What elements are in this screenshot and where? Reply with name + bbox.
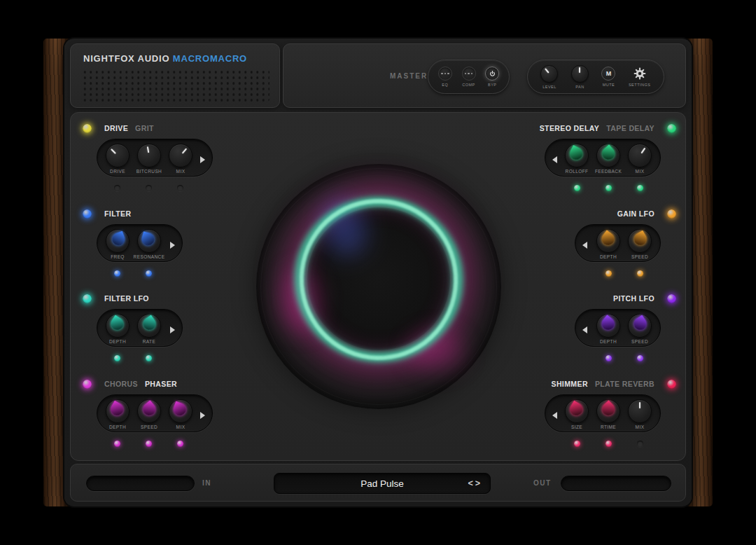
chorus-depth-knob[interactable] bbox=[106, 399, 130, 423]
knob-label: MIX bbox=[636, 425, 645, 429]
pitch-lfo-speed-knob[interactable] bbox=[628, 314, 652, 338]
filter-freq-knob[interactable] bbox=[106, 229, 130, 253]
effects-panel: DRIVEGRITDRIVEBITCRUSHMIXFILTERFREQRESON… bbox=[70, 112, 686, 461]
mute-control[interactable]: MMUTE bbox=[601, 67, 615, 87]
level-control[interactable]: LEVEL bbox=[540, 65, 558, 89]
dots-icon bbox=[462, 67, 476, 81]
stereo-delay-variant-arrow-icon[interactable] bbox=[552, 156, 557, 163]
plugin-window: NIGHTFOX AUDIO MACROMACRO MASTER EQCOMPB… bbox=[0, 0, 756, 545]
filter-enable-led[interactable] bbox=[83, 209, 92, 219]
pan-control[interactable]: PAN bbox=[571, 65, 589, 89]
status-led bbox=[637, 441, 643, 447]
pitch-lfo-depth-knob[interactable] bbox=[596, 314, 620, 338]
knob-label: RESONANCE bbox=[134, 254, 165, 259]
shimmer-rtime-knob[interactable] bbox=[596, 399, 620, 423]
knob-label: DEPTH bbox=[109, 425, 126, 429]
filter-lfo-enable-led[interactable] bbox=[83, 294, 92, 303]
settings-control[interactable]: SETTINGS bbox=[629, 67, 651, 87]
stereo-delay-rolloff-knob[interactable] bbox=[565, 144, 589, 167]
gain-lfo-enable-led[interactable] bbox=[667, 209, 676, 219]
chorus-knob-group: DEPTHSPEEDMIX bbox=[97, 394, 213, 432]
chorus-variant-arrow-icon[interactable] bbox=[200, 412, 205, 419]
knob-label: DEPTH bbox=[600, 339, 617, 344]
status-led bbox=[606, 355, 612, 361]
switch-label: EQ bbox=[442, 83, 448, 87]
status-led bbox=[114, 355, 120, 361]
stereo-delay-mode-tape-delay[interactable]: TAPE DELAY bbox=[606, 124, 654, 132]
drive-drive-knob[interactable] bbox=[106, 144, 130, 167]
chorus-mix-knob[interactable] bbox=[169, 399, 192, 423]
gain-lfo-variant-arrow-icon[interactable] bbox=[582, 242, 587, 249]
status-led bbox=[114, 270, 120, 277]
shimmer-size-knob[interactable] bbox=[565, 399, 589, 423]
drive-enable-led[interactable] bbox=[83, 124, 92, 133]
drive-mode-grit[interactable]: GRIT bbox=[135, 124, 154, 132]
section-pitch-lfo: PITCH LFODEPTHSPEED bbox=[487, 294, 676, 361]
filter-lfo-rate-knob[interactable] bbox=[137, 314, 161, 338]
drive-variant-arrow-icon[interactable] bbox=[200, 156, 205, 163]
gain-lfo-speed-knob[interactable] bbox=[628, 229, 652, 253]
eq-button[interactable]: EQ bbox=[438, 67, 452, 87]
dots-icon bbox=[438, 67, 452, 81]
status-led bbox=[574, 185, 580, 191]
chorus-mode-phaser[interactable]: PHASER bbox=[145, 380, 177, 388]
status-led bbox=[114, 441, 120, 447]
knob-label: DEPTH bbox=[600, 254, 617, 259]
settings-gear-icon[interactable] bbox=[633, 67, 647, 81]
knob-label: SPEED bbox=[141, 425, 158, 429]
shimmer-mode-shimmer[interactable]: SHIMMER bbox=[551, 380, 587, 388]
shimmer-mix-knob[interactable] bbox=[628, 399, 652, 423]
stereo-delay-feedback-knob[interactable] bbox=[596, 144, 620, 167]
switch-label: BYP bbox=[488, 83, 497, 87]
filter-resonance-knob[interactable] bbox=[137, 229, 161, 253]
status-led bbox=[146, 441, 152, 447]
shimmer-enable-led[interactable] bbox=[667, 380, 676, 389]
master-switch-group: EQCOMPBYP bbox=[428, 60, 510, 94]
filter-lfo-depth-knob[interactable] bbox=[106, 314, 130, 338]
pitch-lfo-variant-arrow-icon[interactable] bbox=[582, 326, 587, 333]
status-led bbox=[177, 441, 183, 447]
shimmer-variant-arrow-icon[interactable] bbox=[552, 412, 557, 419]
status-led bbox=[637, 355, 643, 361]
pitch-lfo-mode-pitch-lfo: PITCH LFO bbox=[613, 294, 654, 303]
filter-lfo-mode-filter-lfo: FILTER LFO bbox=[104, 294, 149, 303]
preset-prev-button[interactable]: < bbox=[468, 478, 472, 488]
knob-label: MIX bbox=[176, 425, 186, 429]
section-filter: FILTERFREQRESONANCE bbox=[83, 209, 272, 277]
level-knob[interactable] bbox=[540, 65, 558, 83]
section-drive: DRIVEGRITDRIVEBITCRUSHMIX bbox=[83, 123, 272, 191]
power-icon bbox=[485, 67, 499, 81]
knob-label: ROLLOFF bbox=[566, 169, 589, 174]
drive-bitcrush-knob[interactable] bbox=[137, 144, 161, 167]
pan-knob[interactable] bbox=[571, 65, 589, 83]
filter-variant-arrow-icon[interactable] bbox=[170, 242, 175, 249]
control-label: MUTE bbox=[603, 83, 615, 87]
status-led bbox=[114, 185, 120, 191]
status-led bbox=[146, 355, 152, 361]
master-panel: MASTER EQCOMPBYP LEVELPANMMUTESETTINGS bbox=[283, 43, 686, 108]
mute-button[interactable]: M bbox=[601, 67, 615, 81]
stereo-delay-mix-knob[interactable] bbox=[628, 144, 652, 167]
filter-lfo-variant-arrow-icon[interactable] bbox=[170, 326, 175, 333]
control-label: PAN bbox=[575, 85, 584, 89]
shimmer-mode-plate-reverb[interactable]: PLATE REVERB bbox=[595, 380, 654, 388]
byp-button[interactable]: BYP bbox=[485, 67, 499, 87]
io-bar: IN Pad Pulse < > OUT bbox=[70, 464, 686, 502]
shimmer-knob-group: SIZERTIMEMIX bbox=[545, 394, 661, 432]
drive-knob-group: DRIVEBITCRUSHMIX bbox=[97, 139, 213, 177]
spectral-visualizer bbox=[256, 164, 501, 409]
drive-mode-drive[interactable]: DRIVE bbox=[104, 124, 128, 132]
pitch-lfo-enable-led[interactable] bbox=[667, 294, 676, 303]
preset-display[interactable]: Pad Pulse < > bbox=[274, 473, 491, 494]
preset-nav: < > bbox=[468, 478, 480, 488]
drive-mix-knob[interactable] bbox=[169, 144, 192, 167]
stereo-delay-mode-stereo-delay[interactable]: STEREO DELAY bbox=[540, 124, 600, 132]
stereo-delay-enable-led[interactable] bbox=[667, 124, 676, 133]
gain-lfo-depth-knob[interactable] bbox=[596, 229, 620, 253]
brand-accent: MACROMACRO bbox=[173, 53, 247, 64]
chorus-speed-knob[interactable] bbox=[137, 399, 161, 423]
chorus-mode-chorus[interactable]: CHORUS bbox=[104, 380, 138, 388]
preset-next-button[interactable]: > bbox=[475, 478, 480, 488]
comp-button[interactable]: COMP bbox=[462, 67, 476, 87]
chorus-enable-led[interactable] bbox=[83, 380, 92, 389]
